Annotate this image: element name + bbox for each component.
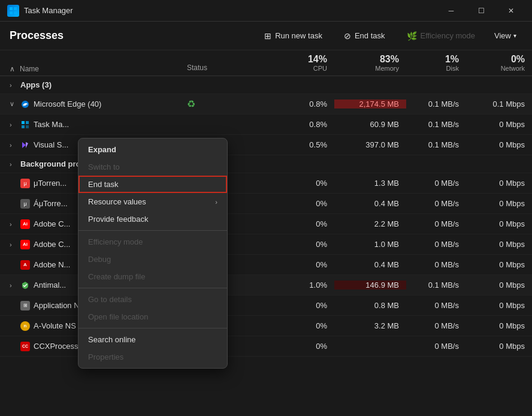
process-cpu: 0% <box>274 219 334 228</box>
title-bar-controls: ─ ☐ ✕ <box>437 2 525 20</box>
context-menu-debug[interactable]: Debug <box>78 251 227 268</box>
process-cpu: 0% <box>274 240 334 249</box>
table-row[interactable]: › Task Ma... 0.8% 60.9 MB 0.1 MB/s 0 Mbp… <box>0 114 532 135</box>
network-percentage: 0% <box>473 54 525 65</box>
view-menu-button[interactable]: View ▾ <box>488 28 522 44</box>
process-status: ♻ <box>180 98 274 110</box>
context-menu-properties[interactable]: Properties <box>78 348 227 366</box>
process-network: 0 Mbps <box>466 281 532 290</box>
memory-label: Memory <box>341 65 399 72</box>
end-task-icon: ⊘ <box>344 31 351 41</box>
process-icon-taskman <box>20 120 30 129</box>
menu-divider-1 <box>78 230 227 231</box>
process-disk: 0 MB/s <box>406 199 466 208</box>
process-network: 0 Mbps <box>466 321 532 330</box>
app-icon <box>7 5 19 17</box>
process-network: 0 Mbps <box>466 199 532 208</box>
process-disk: 0.1 MB/s <box>406 120 466 129</box>
process-cpu: 0% <box>274 342 334 351</box>
end-task-button[interactable]: ⊘ End task <box>335 28 394 44</box>
process-disk: 0.1 MB/s <box>406 140 466 149</box>
group-label-apps: › Apps (3) <box>0 80 180 89</box>
process-network: 0 Mbps <box>466 179 532 188</box>
process-memory: 2.2 MB <box>334 219 406 228</box>
process-network: 0 Mbps <box>466 342 532 351</box>
disk-label: Disk <box>413 65 459 72</box>
svg-rect-6 <box>26 121 29 124</box>
context-menu-go-to-details[interactable]: Go to details <box>78 291 227 308</box>
process-icon-edge <box>20 100 30 109</box>
svg-rect-2 <box>10 11 13 14</box>
process-name: › Task Ma... <box>0 120 180 129</box>
process-memory: 3.2 MB <box>334 321 406 330</box>
context-menu-end-task[interactable]: End task <box>78 176 227 193</box>
menu-divider-2 <box>78 288 227 288</box>
context-menu-switch-to[interactable]: Switch to <box>78 158 227 176</box>
title-bar: Task Manager ─ ☐ ✕ <box>0 0 532 22</box>
svg-rect-5 <box>22 121 25 124</box>
context-menu-open-file-location[interactable]: Open file location <box>78 308 227 325</box>
process-network: 0 Mbps <box>466 140 532 149</box>
cpu-column-header: 14% CPU <box>274 53 334 73</box>
process-icon-adobe2: Ai <box>20 240 30 249</box>
table-row[interactable]: ∨ Microsoft Edge (40) ♻ 0.8% 2,174.5 MB … <box>0 94 532 114</box>
run-new-task-button[interactable]: ⊞ Run new task <box>256 28 331 44</box>
context-menu-search-online[interactable]: Search online <box>78 331 227 348</box>
process-memory: 0.4 MB <box>334 260 406 269</box>
efficiency-mode-button[interactable]: 🌿 Efficiency mode <box>398 28 484 44</box>
process-memory: 2,174.5 MB <box>334 100 406 108</box>
window-title: Task Manager <box>24 6 73 15</box>
process-memory: 0.8 MB <box>334 301 406 310</box>
group-expand-arrow[interactable]: › <box>10 82 17 89</box>
process-memory: 60.9 MB <box>334 120 406 129</box>
title-bar-left: Task Manager <box>7 5 73 17</box>
process-network: 0 Mbps <box>466 301 532 310</box>
process-cpu: 0.5% <box>274 140 334 149</box>
group-expand-bg-arrow[interactable]: › <box>10 161 17 168</box>
process-icon-antimalware <box>20 281 30 290</box>
process-network: 0 Mbps <box>466 240 532 249</box>
process-cpu: 0.8% <box>274 120 334 129</box>
close-button[interactable]: ✕ <box>497 2 525 20</box>
process-cpu: 0% <box>274 301 334 310</box>
process-cpu: 0.8% <box>274 100 334 108</box>
process-icon-adoben: A <box>20 260 30 270</box>
page-title: Processes <box>10 29 64 42</box>
process-icon-ccx: CC <box>20 342 30 351</box>
process-network: 0 Mbps <box>466 219 532 228</box>
process-network: 0 Mbps <box>466 120 532 129</box>
svg-marker-10 <box>26 142 28 148</box>
process-cpu: 0% <box>274 260 334 269</box>
run-task-icon: ⊞ <box>264 31 271 41</box>
toolbar: Processes ⊞ Run new task ⊘ End task 🌿 Ef… <box>0 22 532 50</box>
process-memory: 146.9 MB <box>334 281 406 290</box>
name-column-header: Name <box>15 65 39 73</box>
process-disk: 0 MB/s <box>406 260 466 269</box>
process-icon-utorrentg: μ <box>20 199 30 209</box>
process-disk: 0 MB/s <box>406 321 466 330</box>
cpu-percentage: 14% <box>282 54 327 65</box>
context-menu-create-dump[interactable]: Create dump file <box>78 268 227 285</box>
group-header-apps: › Apps (3) <box>0 76 532 94</box>
process-icon-adobe: Ai <box>20 219 30 229</box>
process-memory: 397.0 MB <box>334 140 406 149</box>
status-column-header: Status <box>180 62 274 73</box>
context-menu-efficiency-mode[interactable]: Efficiency mode <box>78 233 227 251</box>
minimize-button[interactable]: ─ <box>437 2 465 20</box>
process-memory: 1.3 MB <box>334 179 406 188</box>
maximize-button[interactable]: ☐ <box>467 2 495 20</box>
svg-rect-8 <box>26 125 29 128</box>
process-network: 0.1 Mbps <box>466 100 532 108</box>
cpu-label: CPU <box>282 65 327 72</box>
disk-percentage: 1% <box>413 54 459 65</box>
context-menu-expand[interactable]: Expand <box>78 141 227 158</box>
network-label: Network <box>473 65 525 72</box>
context-menu-provide-feedback[interactable]: Provide feedback <box>78 210 227 228</box>
svg-marker-9 <box>22 142 26 148</box>
context-menu-resource-values[interactable]: Resource values › <box>78 193 227 210</box>
process-cpu: 1.0% <box>274 281 334 290</box>
context-menu: Expand Switch to End task Resource value… <box>78 138 228 369</box>
process-icon-utorrent: μ <box>20 179 30 188</box>
menu-divider-3 <box>78 328 227 328</box>
collapse-toggle[interactable]: ∧ <box>10 65 15 73</box>
